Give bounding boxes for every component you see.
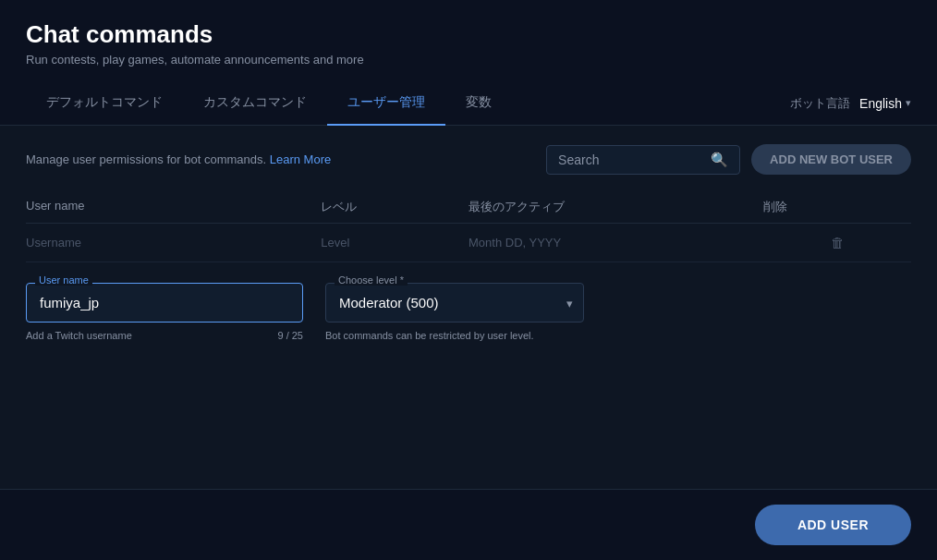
tab-variables[interactable]: 変数	[445, 81, 512, 126]
col-header-username: User name	[26, 199, 321, 215]
username-field-group: User name Add a Twitch username 9 / 25	[26, 283, 303, 341]
lang-label: ボット言語	[790, 95, 850, 112]
page-title: Chat commands	[26, 20, 911, 49]
level-hint: Bot commands can be restricted by user l…	[325, 330, 584, 341]
level-select[interactable]: Moderator (500) Admin (1000) Regular (10…	[325, 283, 584, 323]
tab-custom-commands[interactable]: カスタムコマンド	[183, 81, 327, 126]
username-input[interactable]	[26, 283, 303, 323]
username-hint: Add a Twitch username	[26, 330, 132, 341]
lang-value: English	[859, 96, 902, 111]
footer: ADD USER	[0, 489, 937, 560]
add-bot-user-button[interactable]: ADD NEW BOT USER	[751, 144, 911, 175]
level-field-group: Choose level * Moderator (500) Admin (10…	[325, 283, 584, 341]
page: Chat commands Run contests, play games, …	[0, 0, 937, 560]
table-row: Username Level Month DD, YYYY 🗑	[26, 224, 911, 262]
top-actions: 🔍 ADD NEW BOT USER	[546, 144, 911, 175]
row-delete-col: 🗑	[763, 235, 911, 250]
form-area: User name Add a Twitch username 9 / 25 C…	[26, 283, 911, 341]
row-level: Level	[321, 236, 468, 250]
row-username: Username	[26, 236, 321, 250]
search-icon[interactable]: 🔍	[711, 152, 728, 168]
level-select-wrapper: Moderator (500) Admin (1000) Regular (10…	[325, 283, 584, 323]
col-header-delete: 削除	[763, 199, 911, 215]
col-header-level: レベル	[321, 199, 468, 215]
char-count: 9 / 25	[277, 330, 303, 341]
add-user-button[interactable]: ADD USER	[755, 505, 911, 545]
delete-icon[interactable]: 🗑	[831, 235, 845, 250]
lang-dropdown[interactable]: English ▾	[859, 96, 911, 111]
table-header: User name レベル 最後のアクティブ 削除	[26, 191, 911, 224]
content-area: Manage user permissions for bot commands…	[0, 126, 937, 489]
tab-default-commands[interactable]: デフォルトコマンド	[26, 81, 183, 126]
learn-more-link[interactable]: Learn More	[270, 152, 331, 166]
page-subtitle: Run contests, play games, automate annou…	[26, 53, 911, 67]
top-bar: Manage user permissions for bot commands…	[26, 144, 911, 175]
search-box: 🔍	[546, 145, 740, 175]
level-label: Choose level *	[335, 274, 408, 286]
col-header-last-active: 最後のアクティブ	[468, 199, 763, 215]
search-input[interactable]	[558, 152, 703, 167]
lang-selector: ボット言語 English ▾	[790, 95, 911, 112]
username-label: User name	[35, 274, 92, 286]
tab-user-management[interactable]: ユーザー管理	[327, 81, 445, 126]
header: Chat commands Run contests, play games, …	[0, 0, 937, 81]
row-last-active: Month DD, YYYY	[468, 236, 763, 250]
username-hints: Add a Twitch username 9 / 25	[26, 326, 303, 341]
description: Manage user permissions for bot commands…	[26, 152, 331, 166]
tab-bar: デフォルトコマンド カスタムコマンド ユーザー管理 変数 ボット言語 Engli…	[0, 81, 937, 126]
tabs: デフォルトコマンド カスタムコマンド ユーザー管理 変数	[26, 81, 790, 125]
chevron-down-icon: ▾	[906, 97, 911, 109]
